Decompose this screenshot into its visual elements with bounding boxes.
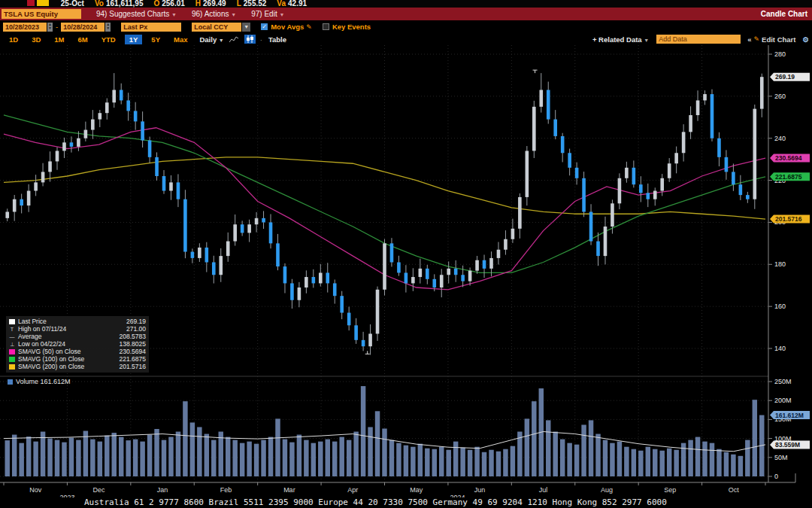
- edit-chart-pencil-icon[interactable]: ✎: [754, 35, 760, 43]
- edit-chart-button[interactable]: Edit Chart: [762, 35, 795, 44]
- range-tab-6m[interactable]: 6M: [74, 35, 92, 44]
- axis-tick-label: 50M: [774, 454, 788, 461]
- price-badge: 201.5716: [770, 215, 810, 224]
- date-to-stepper[interactable]: ▲▼: [105, 23, 111, 32]
- volume-legend: Volume 161.612M: [8, 378, 71, 385]
- axis-tick-label: 0: [774, 473, 778, 480]
- candle-chart-canvas[interactable]: 280260240220200180160140250M200M150M100M…: [0, 45, 812, 498]
- month-label: Feb: [220, 486, 232, 494]
- range-tab-5y[interactable]: 5Y: [147, 35, 165, 44]
- range-tab-ytd[interactable]: YTD: [97, 35, 120, 44]
- legend-value: 271.00: [126, 325, 146, 333]
- legend-swatch-icon: [9, 364, 15, 370]
- price-badge: 230.5694: [770, 154, 810, 163]
- legend-value: 221.6875: [120, 355, 146, 363]
- key-events-checkbox[interactable]: [323, 23, 329, 30]
- red-status-box: [27, 0, 35, 6]
- legend-row: THigh on 07/11/24271.00: [9, 325, 146, 333]
- legend-value: 208.5783: [120, 333, 146, 340]
- candle-chart-type-icon[interactable]: [244, 35, 256, 44]
- month-label: May: [410, 486, 423, 494]
- legend-label: High on 07/11/24: [18, 325, 126, 333]
- month-label: Apr: [347, 486, 358, 494]
- ticker-segment: Vo161,611,95: [95, 0, 144, 8]
- key-events-label: Key Events: [332, 23, 371, 31]
- axis-tick-label: 260: [774, 93, 786, 100]
- legend-row: ⊥Low on 04/22/24138.8025: [9, 340, 146, 348]
- month-label: Mar: [283, 486, 295, 494]
- price-badge: 83.559M: [770, 440, 810, 449]
- price-field-select[interactable]: Last Px: [121, 23, 181, 32]
- table-button[interactable]: Table: [268, 35, 286, 44]
- menu-edit[interactable]: 97) Edit ▼: [251, 10, 284, 18]
- range-tab-1m[interactable]: 1M: [50, 35, 68, 44]
- period-bar: 1D3D1M6MYTD1Y5YMaxDaily ▼ · Table + Rela…: [0, 33, 812, 45]
- legend-high-marker-icon: T: [9, 327, 15, 332]
- legend-label: Low on 04/22/24: [18, 340, 120, 348]
- range-tab-3d[interactable]: 3D: [27, 35, 45, 44]
- mov-avgs-label: Mov Avgs: [271, 23, 304, 31]
- legend-label: SMAVG (200) on Close: [18, 363, 120, 370]
- price-badge: 269.19: [770, 73, 810, 81]
- legend-label: SMAVG (50) on Close: [18, 348, 120, 355]
- volume-value: 161.612M: [41, 378, 71, 385]
- yellow-status-box: [37, 0, 49, 6]
- range-tab-max[interactable]: Max: [169, 35, 192, 44]
- menu-actions[interactable]: 96) Actions ▼: [192, 10, 236, 18]
- line-chart-type-icon[interactable]: [229, 35, 240, 44]
- command-bar: TSLA US Equity 94) Suggested Charts ▼96)…: [0, 8, 812, 20]
- legend-label: SMAVG (100) on Close: [18, 355, 120, 363]
- ticker-badges: [27, 0, 50, 8]
- month-label: Nov: [29, 486, 42, 494]
- ticker-segment: 25-Oct: [61, 0, 84, 8]
- date-from-stepper[interactable]: ▲▼: [47, 23, 53, 32]
- frequency-select[interactable]: Daily ▼: [199, 35, 223, 44]
- month-label: Jul: [539, 486, 548, 494]
- axis-tick-label: 240: [774, 135, 786, 142]
- collapse-button[interactable]: «: [747, 35, 751, 44]
- month-label: Aug: [601, 486, 613, 494]
- separator-dot: ·: [260, 35, 262, 44]
- chart-toolbar: 10/28/2023▲▼ - 10/28/2024▲▼ Last Px Loca…: [0, 20, 812, 33]
- month-label: Dec: [93, 486, 106, 494]
- legend-value: 138.8025: [120, 340, 146, 348]
- ticker-segment: Va42.91: [277, 0, 307, 8]
- date-from-input[interactable]: 10/28/2023: [3, 23, 47, 32]
- ticker-segment: L255.52: [237, 0, 267, 8]
- axis-tick-label: 250M: [774, 378, 792, 385]
- legend-swatch-icon: [9, 349, 15, 354]
- range-tab-1y[interactable]: 1Y: [125, 35, 143, 44]
- footer-contact-strip: Australia 61 2 9777 8600 Brazil 5511 239…: [0, 497, 812, 508]
- svg-text:221.6875: 221.6875: [775, 173, 802, 181]
- related-data-button[interactable]: + Related Data ▼: [592, 35, 649, 44]
- date-to-input[interactable]: 10/28/2024: [61, 23, 105, 32]
- legend-row: —Average208.5783: [9, 333, 146, 340]
- chart-legend: Last Price269.19THigh on 07/11/24271.00—…: [6, 316, 149, 373]
- volume-label: Volume: [16, 378, 38, 385]
- mov-avgs-pencil-icon[interactable]: ✎: [306, 23, 312, 31]
- svg-text:83.559M: 83.559M: [775, 441, 800, 449]
- ticker-strip: 25-OctVo161,611,95O256.01H269.49L255.52V…: [0, 0, 812, 8]
- legend-row: Last Price269.19: [9, 318, 146, 325]
- ticker-segment: H269.49: [195, 0, 226, 8]
- svg-text:201.5716: 201.5716: [775, 215, 802, 223]
- menu-suggested-charts[interactable]: 94) Suggested Charts ▼: [96, 10, 177, 18]
- legend-value: 230.5694: [120, 348, 146, 355]
- volume-swatch-icon: [8, 379, 13, 385]
- legend-swatch-icon: [9, 319, 15, 324]
- mov-avgs-checkbox[interactable]: ✓: [261, 23, 268, 30]
- add-data-input[interactable]: Add Data: [656, 35, 741, 44]
- axis-tick-label: 140: [774, 345, 786, 352]
- svg-text:269.19: 269.19: [775, 73, 795, 81]
- legend-swatch-icon: [9, 357, 15, 362]
- month-label: Jun: [474, 486, 486, 494]
- settings-gear-icon[interactable]: ⚙: [802, 35, 809, 44]
- ticker-segment: O256.01: [153, 0, 184, 8]
- range-tab-1d[interactable]: 1D: [5, 35, 23, 44]
- chart-type-label: Candle Chart: [761, 10, 807, 18]
- legend-label: Average: [18, 333, 120, 340]
- currency-dropdown-icon[interactable]: ▼: [242, 23, 250, 32]
- currency-select[interactable]: Local CCY: [192, 23, 241, 32]
- legend-avg-marker-icon: —: [9, 334, 15, 339]
- security-field[interactable]: TSLA US Equity: [2, 9, 81, 19]
